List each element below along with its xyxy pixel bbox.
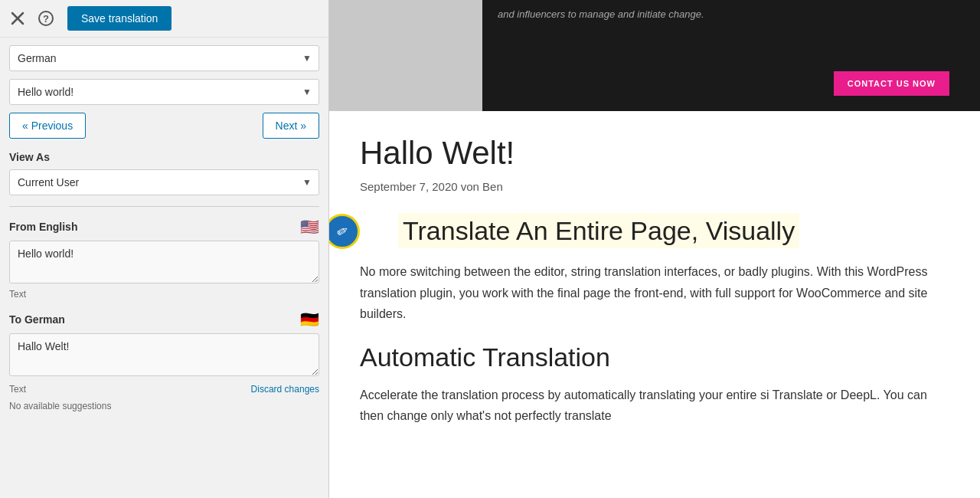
to-german-textarea[interactable] (9, 333, 319, 376)
close-button[interactable] (8, 8, 28, 28)
to-field-type: Text (9, 384, 26, 395)
post-select-wrap: Hello world! ▼ (9, 79, 319, 105)
view-as-select[interactable]: Current User (9, 169, 319, 195)
german-flag: 🇩🇪 (300, 310, 319, 329)
left-scroll-area[interactable]: German ▼ Hello world! ▼ « Previous Next … (0, 38, 328, 498)
help-icon: ? (38, 11, 54, 26)
previous-button[interactable]: « Previous (9, 113, 86, 139)
from-english-textarea[interactable] (9, 241, 319, 283)
divider (9, 206, 319, 207)
save-translation-button[interactable]: Save translation (67, 6, 172, 31)
translate-description: No more switching between the editor, st… (360, 261, 949, 324)
hero-text: and influencers to manage and initiate c… (498, 8, 704, 21)
suggestions-text: No available suggestions (9, 401, 319, 411)
to-german-header: To German 🇩🇪 (9, 310, 319, 329)
from-english-header: From English 🇺🇸 (9, 218, 319, 236)
view-as-label: View As (9, 151, 319, 163)
nav-buttons: « Previous Next » (9, 113, 319, 139)
post-select[interactable]: Hello world! (9, 79, 319, 105)
from-english-label: From English (9, 221, 77, 233)
post-content: Hallo Welt! September 7, 2020 von Ben ✏ … (329, 111, 980, 449)
left-panel: ? Save translation German ▼ Hello world!… (0, 0, 329, 498)
next-button[interactable]: Next » (263, 113, 319, 139)
view-as-select-wrap: Current User ▼ (9, 169, 319, 195)
to-german-label: To German (9, 313, 65, 326)
language-select[interactable]: German (9, 45, 319, 71)
translatable-section: ✏ Translate An Entire Page, Visually (360, 216, 949, 246)
hero-image-placeholder (329, 0, 482, 111)
svg-text:?: ? (43, 13, 49, 25)
hero-section: and influencers to manage and initiate c… (329, 0, 980, 111)
top-bar: ? Save translation (0, 0, 328, 38)
heading-wrap: ✏ Translate An Entire Page, Visually (360, 216, 799, 246)
to-field-row: Text Discard changes (9, 382, 319, 396)
english-flag: 🇺🇸 (300, 218, 319, 236)
auto-translate-heading: Automatic Translation (360, 342, 949, 372)
help-button[interactable]: ? (35, 8, 57, 29)
close-icon (11, 11, 24, 25)
from-field-type: Text (9, 289, 319, 300)
language-select-wrap: German ▼ (9, 45, 319, 71)
translate-heading: Translate An Entire Page, Visually (398, 213, 799, 248)
auto-translate-text: Accelerate the translation process by au… (360, 385, 949, 426)
hero-right: and influencers to manage and initiate c… (482, 0, 980, 111)
pencil-edit-button[interactable]: ✏ (329, 214, 360, 249)
pencil-icon: ✏ (333, 221, 351, 242)
post-meta: September 7, 2020 von Ben (360, 180, 949, 193)
post-title: Hallo Welt! (360, 134, 949, 172)
discard-changes-link[interactable]: Discard changes (251, 384, 319, 395)
contact-us-button[interactable]: CONTACT US NOW (834, 71, 949, 96)
right-panel: and influencers to manage and initiate c… (329, 0, 980, 498)
